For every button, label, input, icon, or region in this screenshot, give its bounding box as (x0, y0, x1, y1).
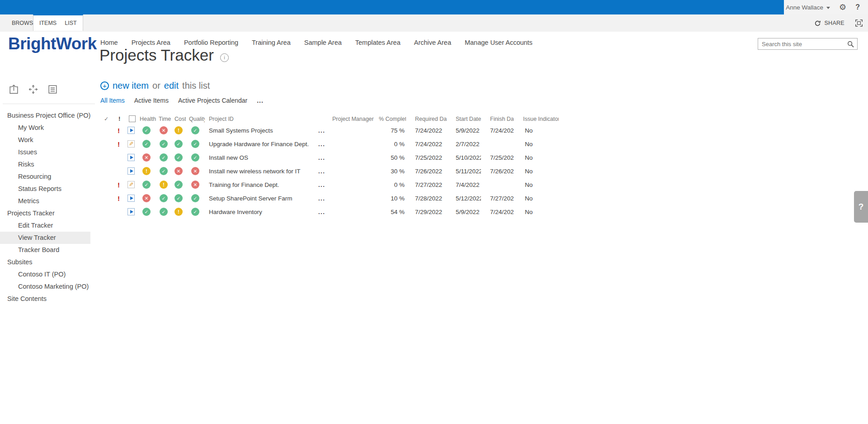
user-menu[interactable]: Anne Wallace (786, 4, 830, 11)
checkbox-icon[interactable] (129, 115, 136, 122)
sidebar-item-business-project-office-po[interactable]: Business Project Office (PO) (0, 110, 95, 122)
sidebar-item-site-contents[interactable]: Site Contents (0, 293, 95, 305)
sidebar-item-status-reports[interactable]: Status Reports (0, 183, 95, 195)
nav-templates-area[interactable]: Templates Area (355, 39, 401, 46)
row-menu-ellipsis[interactable]: ... (316, 154, 331, 161)
nav-projects-area[interactable]: Projects Area (132, 39, 170, 46)
project-id-cell[interactable]: Hardware Inventory (205, 209, 316, 215)
select-all-checkmark-icon[interactable]: ✓ (100, 115, 114, 122)
sidebar-item-my-work[interactable]: My Work (0, 122, 95, 134)
column-header-issue-indicator[interactable]: Issue Indicator (514, 116, 559, 122)
project-id-cell[interactable]: Upgrade Hardware for Finance Dept. (205, 141, 316, 148)
sidebar-item-contoso-marketing-po[interactable]: Contoso Marketing (PO) (0, 281, 95, 293)
table-row[interactable]: ✓✓!✓Hardware Inventory...54 %7/29/20225/… (100, 205, 559, 219)
promote-share-icon[interactable] (8, 84, 19, 97)
table-row[interactable]: !✎✓✓✓✓Upgrade Hardware for Finance Dept.… (100, 137, 559, 151)
project-id-cell[interactable]: Install new wireless network for IT (205, 168, 316, 175)
sidebar-item-edit-tracker[interactable]: Edit Tracker (0, 219, 95, 232)
nav-home[interactable]: Home (100, 39, 118, 46)
share-button[interactable]: SHARE (814, 20, 844, 27)
row-menu-ellipsis[interactable]: ... (316, 127, 331, 134)
project-id-cell[interactable]: Small Systems Projects (205, 127, 316, 134)
nav-training-area[interactable]: Training Area (252, 39, 291, 46)
item-play-icon[interactable] (125, 208, 137, 215)
quality-status-good-icon: ✓ (191, 208, 199, 216)
row-menu-ellipsis[interactable]: ... (316, 195, 331, 202)
nav-portfolio-reporting[interactable]: Portfolio Reporting (184, 39, 238, 46)
time-status-good-icon: ✓ (160, 208, 168, 216)
table-row[interactable]: !✕✓✓✓Setup SharePoint Server Farm...10 %… (100, 191, 559, 205)
column-header-start-date[interactable]: Start Date (447, 116, 481, 122)
search-input[interactable] (758, 40, 847, 48)
column-header-importance[interactable]: ! (114, 115, 125, 122)
status-time-cell: ✓ (156, 167, 171, 175)
column-header-project-id[interactable]: Project ID (205, 116, 316, 122)
status-cost-cell: ! (171, 126, 186, 134)
sidebar-item-metrics[interactable]: Metrics (0, 195, 95, 207)
item-play-icon[interactable] (125, 127, 137, 134)
column-header-finish-date[interactable]: Finish Date (481, 116, 514, 122)
table-row[interactable]: !✎✓!✓✕Training for Finance Dept....0 %7/… (100, 178, 559, 191)
ribbon-tab-list[interactable]: LIST (61, 20, 80, 26)
move-arrows-icon[interactable] (28, 84, 39, 97)
table-row[interactable]: !✓✕!✓Small Systems Projects...75 %7/24/2… (100, 124, 559, 137)
sidebar-item-tracker-board[interactable]: Tracker Board (0, 244, 95, 256)
column-header-quality[interactable]: Quality (186, 116, 205, 122)
sidebar-item-risks[interactable]: Risks (0, 158, 95, 171)
view-active-items[interactable]: Active Items (134, 97, 169, 104)
item-play-icon[interactable] (125, 167, 137, 175)
nav-archive-area[interactable]: Archive Area (414, 39, 451, 46)
focus-mode-icon[interactable] (855, 19, 863, 27)
help-flyout-tab[interactable]: ? (854, 191, 868, 223)
sidebar-item-resourcing[interactable]: Resourcing (0, 171, 95, 183)
search-icon[interactable] (847, 41, 854, 48)
percent-complete-cell: 54 % (376, 209, 406, 215)
column-header-project-manager[interactable]: Project Manager (331, 116, 376, 122)
ribbon-tab-items[interactable]: ITEMS (35, 20, 61, 26)
item-play-icon[interactable] (125, 154, 137, 161)
list-view-icon[interactable] (47, 84, 58, 97)
column-header-time[interactable]: Time (156, 116, 171, 122)
info-icon[interactable]: i (220, 53, 229, 62)
settings-gear-icon[interactable]: ⚙ (839, 3, 846, 11)
suite-bar-brand-area (0, 0, 784, 14)
row-menu-ellipsis[interactable]: ... (316, 209, 331, 215)
nav-sample-area[interactable]: Sample Area (304, 39, 342, 46)
new-item-link[interactable]: new item (113, 81, 149, 91)
sidebar-item-projects-tracker[interactable]: Projects Tracker (0, 207, 95, 219)
project-id-cell[interactable]: Setup SharePoint Server Farm (205, 195, 316, 202)
row-menu-ellipsis[interactable]: ... (316, 181, 331, 188)
sidebar-item-work[interactable]: Work (0, 134, 95, 146)
nav-manage-user-accounts[interactable]: Manage User Accounts (465, 39, 533, 46)
column-header-cost[interactable]: Cost (171, 116, 186, 122)
item-edit-icon[interactable]: ✎ (125, 140, 137, 148)
table-row[interactable]: ✕✓✓✓Install new OS...50 %7/25/20225/10/2… (100, 151, 559, 164)
column-header-health[interactable]: Health (137, 116, 156, 122)
edit-list-link[interactable]: edit (164, 81, 179, 91)
row-menu-ellipsis[interactable]: ... (316, 141, 331, 148)
row-menu-ellipsis[interactable]: ... (316, 168, 331, 175)
table-row[interactable]: !✓✕✕Install new wireless network for IT.… (100, 164, 559, 178)
column-header-percent-complete[interactable]: % Complete (376, 116, 406, 122)
item-edit-icon[interactable]: ✎ (125, 181, 137, 188)
column-header-required-date[interactable]: Required Date (406, 116, 447, 122)
project-id-cell[interactable]: Install new OS (205, 154, 316, 161)
view-active-projects-calendar[interactable]: Active Projects Calendar (178, 97, 247, 104)
start-date-cell: 5/12/2022 (447, 195, 481, 202)
sidebar-item-subsites[interactable]: Subsites (0, 256, 95, 268)
more-views-ellipsis[interactable]: ... (257, 97, 264, 104)
sidebar-item-view-tracker[interactable]: View Tracker (0, 232, 90, 244)
status-quality-cell: ✓ (186, 208, 205, 216)
view-all-items[interactable]: All Items (100, 97, 125, 104)
sidebar-item-issues[interactable]: Issues (0, 146, 95, 158)
project-id-cell[interactable]: Training for Finance Dept. (205, 181, 316, 188)
status-time-cell: ✓ (156, 194, 171, 202)
sidebar-item-contoso-it-po[interactable]: Contoso IT (PO) (0, 268, 95, 281)
start-date-cell: 2/7/2022 (447, 141, 481, 148)
finish-date-cell: 7/26/2022 (481, 168, 514, 175)
cost-status-warn-icon: ! (175, 208, 183, 216)
percent-complete-cell: 0 % (376, 141, 406, 148)
brightwork-logo[interactable]: BrightWork (8, 34, 97, 53)
help-icon[interactable]: ? (855, 3, 860, 11)
item-play-icon[interactable] (125, 195, 137, 202)
